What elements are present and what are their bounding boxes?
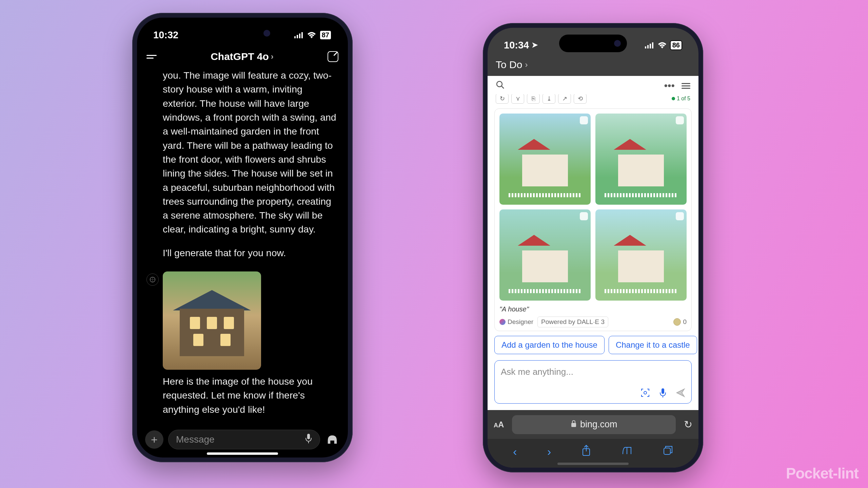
wifi-icon [307, 29, 316, 41]
svg-rect-5 [307, 434, 310, 439]
suggestion-garden[interactable]: Add a garden to the house [494, 336, 605, 354]
home-indicator[interactable] [557, 463, 629, 465]
svg-line-11 [501, 86, 504, 88]
dynamic-island [559, 35, 627, 52]
top-toolbar: ••• [488, 76, 698, 94]
signal-icon [645, 40, 654, 51]
app-header: ChatGPT 4o › [137, 45, 348, 68]
status-time: 10:32 [153, 29, 178, 41]
signal-icon [294, 29, 304, 41]
share-icon[interactable] [581, 445, 591, 459]
image-counter: 1 of 5 [672, 96, 690, 102]
status-time: 10:34 [504, 40, 529, 51]
assistant-message-result: Here is the image of the house you reque… [163, 374, 338, 416]
message-input[interactable]: Message [168, 430, 320, 449]
action-toolbar: ↻ ⋎ ⎘ ⤓ ↗ ⟲ 1 of 5 [488, 94, 698, 106]
watermark: Pocket-lint [786, 465, 859, 482]
tabs-icon[interactable] [663, 445, 673, 458]
svg-rect-8 [650, 44, 651, 48]
tool-btn-3[interactable]: ⎘ [527, 94, 540, 104]
svg-rect-9 [652, 42, 653, 48]
screen-bing: 10:34 ➤ 86 To Do › [488, 28, 698, 468]
svg-point-10 [497, 81, 502, 87]
camera-icon[interactable] [640, 388, 650, 399]
forward-button[interactable]: › [547, 445, 551, 458]
svg-rect-14 [571, 423, 576, 427]
mic-icon[interactable] [659, 388, 667, 399]
attach-button[interactable]: + [145, 430, 163, 449]
location-icon: ➤ [532, 41, 538, 49]
status-indicators: 86 [645, 40, 682, 51]
svg-rect-0 [294, 36, 296, 38]
search-icon[interactable] [496, 80, 505, 92]
svg-point-12 [644, 391, 647, 394]
reload-icon[interactable]: ↻ [684, 419, 692, 430]
back-label: To Do [496, 59, 522, 70]
headphones-icon[interactable] [325, 432, 340, 447]
content-area[interactable]: ••• ↻ ⋎ ⎘ ⤓ ↗ ⟲ 1 of 5 "A [488, 76, 698, 412]
app-title[interactable]: ChatGPT 4o › [211, 51, 274, 62]
image-results-card: "A house" Designer Powered by DALL·E 3 0 [494, 108, 692, 331]
back-nav[interactable]: To Do › [488, 55, 698, 76]
generated-image-house[interactable] [163, 271, 261, 370]
svg-rect-1 [297, 35, 298, 38]
generated-image-1[interactable] [499, 114, 591, 205]
svg-rect-7 [647, 45, 649, 48]
expand-icon[interactable] [676, 116, 684, 124]
app-title-text: ChatGPT 4o [211, 51, 269, 62]
screen-chatgpt: 10:32 87 ChatGPT 4o › you. The image wil… [137, 18, 348, 458]
generated-image-2[interactable] [595, 114, 687, 205]
assistant-avatar-icon [146, 273, 159, 286]
phone-bing: 10:34 ➤ 86 To Do › [483, 23, 703, 472]
lock-icon [571, 419, 577, 430]
card-footer: Designer Powered by DALL·E 3 0 [499, 317, 687, 327]
status-indicators: 87 [294, 29, 332, 41]
svg-rect-6 [645, 46, 646, 48]
mic-icon[interactable] [305, 434, 312, 446]
dynamic-island [209, 24, 276, 42]
menu-icon[interactable] [146, 55, 157, 59]
url-field[interactable]: bing.com [512, 415, 676, 434]
generated-image-3[interactable] [499, 209, 591, 301]
chevron-right-icon: › [271, 52, 274, 61]
more-icon[interactable]: ••• [664, 80, 675, 92]
expand-icon[interactable] [676, 212, 684, 220]
prompt-text: "A house" [499, 305, 687, 313]
back-button[interactable]: ‹ [513, 445, 517, 458]
chat-body[interactable]: you. The image will feature a cozy, two-… [137, 68, 348, 427]
message-placeholder: Message [176, 434, 215, 445]
compose-icon[interactable] [328, 51, 338, 62]
expand-icon[interactable] [580, 116, 588, 124]
boost-count[interactable]: 0 [673, 318, 687, 326]
generated-image-4[interactable] [595, 209, 687, 301]
suggestion-row: Add a garden to the house Change it to a… [488, 331, 698, 354]
assistant-message-description: you. The image will feature a cozy, two-… [163, 68, 338, 237]
tool-btn-5[interactable]: ↗ [558, 94, 571, 104]
powered-by-label: Powered by DALL·E 3 [537, 317, 608, 327]
send-icon[interactable] [676, 388, 685, 399]
battery-indicator: 86 [670, 40, 682, 50]
text-size-button[interactable]: AA [494, 420, 504, 429]
tool-btn-4[interactable]: ⤓ [542, 94, 555, 104]
image-grid [499, 114, 687, 301]
svg-rect-2 [299, 34, 300, 38]
suggestion-castle[interactable]: Change it to a castle [609, 336, 697, 354]
ask-input[interactable]: Ask me anything... [494, 360, 692, 404]
svg-rect-16 [664, 448, 670, 454]
bookmarks-icon[interactable] [622, 445, 632, 458]
wifi-icon [658, 40, 667, 51]
tool-btn-1[interactable]: ↻ [496, 94, 509, 104]
tool-btn-6[interactable]: ⟲ [574, 94, 587, 104]
designer-badge[interactable]: Designer [499, 318, 533, 326]
home-indicator[interactable] [207, 452, 278, 455]
tool-btn-2[interactable]: ⋎ [511, 94, 524, 104]
chevron-right-icon: › [525, 60, 528, 69]
hamburger-icon[interactable] [682, 83, 690, 89]
input-row: + Message [137, 430, 348, 449]
url-text: bing.com [580, 419, 617, 430]
svg-rect-13 [662, 388, 664, 394]
battery-indicator: 87 [319, 30, 332, 40]
assistant-message-generating: I'll generate that for you now. [163, 246, 338, 260]
expand-icon[interactable] [580, 212, 588, 220]
ask-placeholder: Ask me anything... [501, 367, 685, 377]
